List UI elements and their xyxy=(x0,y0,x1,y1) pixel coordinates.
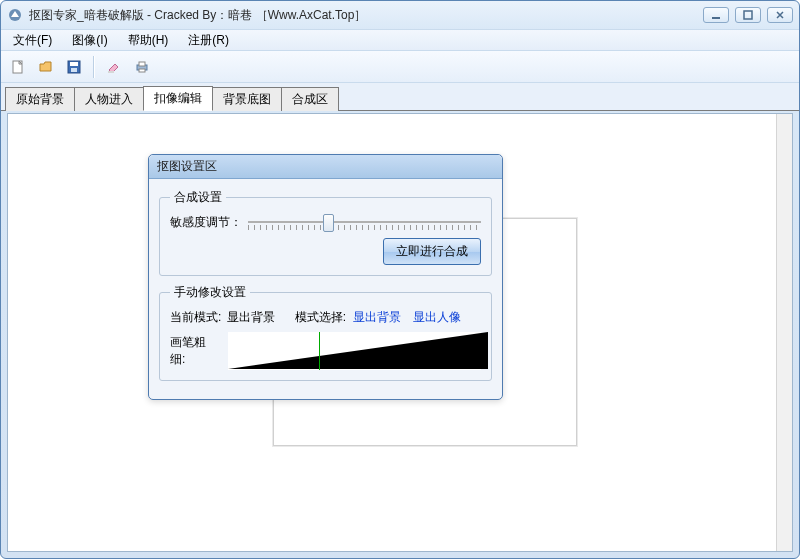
manual-legend: 手动修改设置 xyxy=(170,284,250,301)
maximize-button[interactable] xyxy=(735,7,761,23)
save-icon[interactable] xyxy=(63,56,85,78)
compose-legend: 合成设置 xyxy=(170,189,226,206)
brush-size-label: 画笔粗细: xyxy=(170,334,220,368)
workarea: 抠图设置区 合成设置 敏感度调节： 立即进行合成 xyxy=(7,113,793,552)
menu-register[interactable]: 注册(R) xyxy=(180,30,237,51)
svg-rect-1 xyxy=(712,17,720,19)
mode-select-label: 模式选择: xyxy=(295,310,346,324)
sensitivity-label: 敏感度调节： xyxy=(170,214,242,231)
toolbar-separator xyxy=(93,56,95,78)
svg-rect-2 xyxy=(744,11,752,19)
menu-help[interactable]: 帮助(H) xyxy=(120,30,177,51)
mode-option-bg[interactable]: 显出背景 xyxy=(353,310,401,324)
tab-bg-base[interactable]: 背景底图 xyxy=(212,87,282,111)
tab-mask-edit[interactable]: 扣像编辑 xyxy=(143,86,213,111)
tab-person-enter[interactable]: 人物进入 xyxy=(74,87,144,111)
menu-file[interactable]: 文件(F) xyxy=(5,30,60,51)
tab-compose-area[interactable]: 合成区 xyxy=(281,87,339,111)
open-folder-icon[interactable] xyxy=(35,56,57,78)
window-controls xyxy=(703,7,793,23)
dialog-body: 合成设置 敏感度调节： 立即进行合成 手动修改设置 xyxy=(149,179,502,399)
print-icon[interactable] xyxy=(131,56,153,78)
current-mode-value: 显出背景 xyxy=(227,310,275,324)
manual-fieldset: 手动修改设置 当前模式: 显出背景 模式选择: 显出背景 显出人像 xyxy=(159,284,492,381)
app-icon xyxy=(7,7,23,23)
svg-rect-6 xyxy=(71,68,77,72)
compose-fieldset: 合成设置 敏感度调节： 立即进行合成 xyxy=(159,189,492,276)
window-title: 抠图专家_暗巷破解版 - Cracked By：暗巷 ［Www.AxCat.To… xyxy=(29,7,703,24)
sensitivity-slider[interactable] xyxy=(248,212,481,232)
titlebar[interactable]: 抠图专家_暗巷破解版 - Cracked By：暗巷 ［Www.AxCat.To… xyxy=(1,1,799,29)
current-mode-label: 当前模式: xyxy=(170,310,221,324)
compose-now-button[interactable]: 立即进行合成 xyxy=(383,238,481,265)
svg-marker-11 xyxy=(228,332,488,369)
app-window: 抠图专家_暗巷破解版 - Cracked By：暗巷 ［Www.AxCat.To… xyxy=(0,0,800,559)
tabstrip: 原始背景 人物进入 扣像编辑 背景底图 合成区 xyxy=(1,83,799,111)
svg-rect-7 xyxy=(108,71,114,73)
vertical-scrollbar[interactable] xyxy=(776,114,792,551)
minimize-button[interactable] xyxy=(703,7,729,23)
close-button[interactable] xyxy=(767,7,793,23)
brush-size-marker[interactable] xyxy=(319,332,320,370)
new-file-icon[interactable] xyxy=(7,56,29,78)
svg-rect-5 xyxy=(70,62,78,66)
svg-rect-10 xyxy=(139,69,145,72)
menu-image[interactable]: 图像(I) xyxy=(64,30,115,51)
brush-size-wedge[interactable] xyxy=(228,332,481,370)
menubar: 文件(F) 图像(I) 帮助(H) 注册(R) xyxy=(1,29,799,51)
eraser-icon[interactable] xyxy=(103,56,125,78)
matting-settings-dialog[interactable]: 抠图设置区 合成设置 敏感度调节： 立即进行合成 xyxy=(148,154,503,400)
tab-original-bg[interactable]: 原始背景 xyxy=(5,87,75,111)
dialog-title[interactable]: 抠图设置区 xyxy=(149,155,502,179)
svg-rect-9 xyxy=(139,62,145,66)
slider-thumb[interactable] xyxy=(323,214,334,232)
toolbar xyxy=(1,51,799,83)
mode-option-person[interactable]: 显出人像 xyxy=(413,310,461,324)
